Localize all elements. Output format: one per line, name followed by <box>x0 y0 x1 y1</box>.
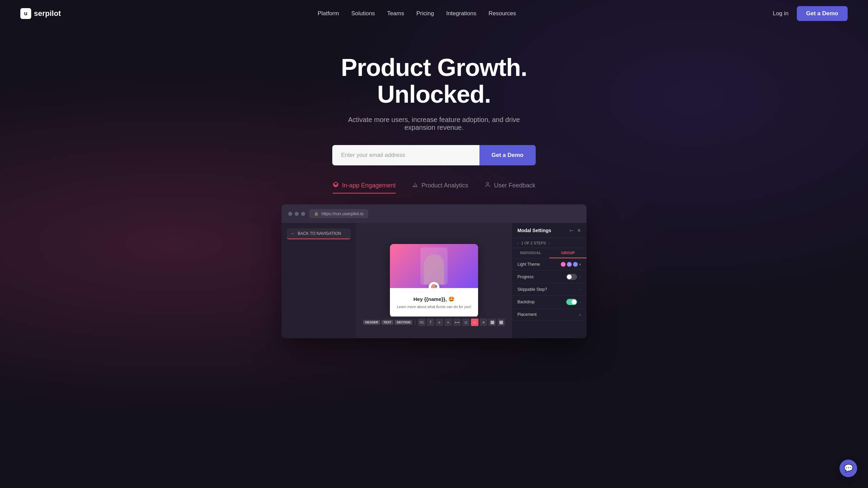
progress-chevron[interactable]: › <box>580 275 581 279</box>
modal-image: 🎯 <box>390 244 478 288</box>
demo-window: 🔒 https://run.userpilot.io ← BACK TO NAV… <box>281 204 587 338</box>
progress-toggle[interactable] <box>566 274 577 280</box>
settings-header: Modal Settings ⊢ ✕ <box>512 223 587 238</box>
logo-box: u <box>20 8 31 19</box>
toolbar-confirm-btn[interactable]: ✓ <box>471 319 478 326</box>
color-dot-pink <box>561 262 566 267</box>
left-panel: ← BACK TO NAVIGATION <box>281 223 356 338</box>
backdrop-toggle[interactable] <box>566 299 577 305</box>
hero-get-demo-button[interactable]: Get a Demo <box>479 145 536 165</box>
settings-row-light-theme: Light Theme ▾ <box>512 259 587 270</box>
bar-chart-icon <box>412 182 418 189</box>
next-step-icon[interactable]: › <box>549 241 550 245</box>
settings-header-icons: ⊢ ✕ <box>570 228 581 233</box>
nav-integrations[interactable]: Integrations <box>446 10 476 17</box>
hero-section: Product Growth. Unlocked. Activate more … <box>0 27 868 352</box>
hero-subtitle: Activate more users, increase feature ad… <box>339 116 529 131</box>
nav-actions: Log in Get a Demo <box>773 6 848 21</box>
toggle-arrow-icon[interactable]: ▾ <box>579 262 581 267</box>
tab-in-app-label: In-app Engagement <box>342 182 396 189</box>
nav-solutions[interactable]: Solutions <box>351 10 375 17</box>
modal-greeting: Hey {{name}}, 🤩 <box>395 296 473 302</box>
logo-letter: u <box>24 11 27 17</box>
steps-nav: ‹ 1 OF 2 STEPS › <box>512 238 587 248</box>
tab-product-analytics[interactable]: Product Analytics <box>412 182 468 194</box>
nav-login-link[interactable]: Log in <box>773 10 788 17</box>
feature-tabs: In-app Engagement Product Analytics <box>333 182 535 194</box>
progress-label: Progress <box>517 274 534 279</box>
placement-label: Placement <box>517 312 537 317</box>
dot-1 <box>288 212 292 216</box>
skippable-chevron[interactable]: › <box>580 287 581 291</box>
hero-title: Product Growth. Unlocked. <box>341 54 527 108</box>
navbar: u serpilot Platform Solutions Teams Pric… <box>0 0 868 27</box>
toolbar-duplicate-btn[interactable]: ⬜ <box>489 319 496 326</box>
chat-widget[interactable]: 💬 <box>840 460 857 477</box>
settings-tab-individual[interactable]: INDIVIDUAL <box>512 248 549 258</box>
toolbar-close-btn[interactable]: ✕ <box>480 319 487 326</box>
placement-chevron[interactable]: ∧ <box>578 312 581 317</box>
toolbar-delete-btn[interactable]: ⬜ <box>497 319 505 326</box>
modal-description: Learn more about what Acme can do for yo… <box>395 304 473 309</box>
toolbar-resize-btn[interactable]: ⟷ <box>453 319 461 326</box>
dot-2 <box>295 212 299 216</box>
back-nav-label: BACK TO NAVIGATION <box>298 231 341 236</box>
logo[interactable]: u serpilot <box>20 8 61 19</box>
settings-row-backdrop: Backdrop › <box>512 296 587 309</box>
browser-bar: 🔒 https://run.userpilot.io <box>281 204 587 223</box>
toolbar-text-btn[interactable]: T <box>427 319 434 326</box>
email-input[interactable] <box>332 145 479 165</box>
toolbar-image-btn[interactable]: ⊡ <box>462 319 470 326</box>
person-silhouette <box>424 254 444 285</box>
prev-step-icon[interactable]: ‹ <box>517 241 518 245</box>
settings-title: Modal Settings <box>517 228 551 233</box>
browser-url-text: https://run.userpilot.io <box>321 211 363 216</box>
modal-body: Hey {{name}}, 🤩 Learn more about what Ac… <box>390 288 478 318</box>
modal-toolbar: HEADER TEXT SECTION H1 T ≡ ≡ ⟷ ⊡ ✓ ✕ ⬜ ⬜ <box>360 317 508 328</box>
center-modal-wrapper: 🎯 Hey {{name}}, 🤩 Learn more about what … <box>356 223 512 338</box>
toolbar-tag-section: SECTION <box>395 320 412 325</box>
modal-card: 🎯 Hey {{name}}, 🤩 Learn more about what … <box>390 244 478 318</box>
toolbar-tag-header: HEADER <box>363 320 380 325</box>
toolbar-align-center-btn[interactable]: ≡ <box>445 319 452 326</box>
light-theme-toggle-group: ▾ <box>561 262 581 267</box>
tab-feedback-label: User Feedback <box>494 182 535 189</box>
dot-3 <box>301 212 305 216</box>
nav-platform[interactable]: Platform <box>318 10 339 17</box>
backdrop-chevron[interactable]: › <box>580 300 581 304</box>
browser-url-bar[interactable]: 🔒 https://run.userpilot.io <box>309 209 368 218</box>
settings-panel: Modal Settings ⊢ ✕ ‹ 1 OF 2 STEPS › INDI… <box>512 223 587 338</box>
tab-analytics-label: Product Analytics <box>421 182 468 189</box>
lock-icon: 🔒 <box>314 211 319 216</box>
settings-tab-group[interactable]: GROUP <box>549 248 587 258</box>
hero-form: Get a Demo <box>332 145 536 165</box>
steps-text: 1 OF 2 STEPS <box>521 241 546 245</box>
settings-tabs: INDIVIDUAL GROUP <box>512 248 587 259</box>
nav-get-demo-button[interactable]: Get a Demo <box>797 6 848 21</box>
chat-icon: 💬 <box>844 464 853 473</box>
backdrop-controls: › <box>566 299 581 305</box>
browser-content: ← BACK TO NAVIGATION 🎯 <box>281 223 587 338</box>
tab-in-app-engagement[interactable]: In-app Engagement <box>333 182 396 194</box>
collapse-icon[interactable]: ⊢ <box>570 228 574 233</box>
person-icon <box>485 182 491 189</box>
nav-teams[interactable]: Teams <box>387 10 404 17</box>
toolbar-divider <box>415 320 415 325</box>
settings-row-progress: Progress › <box>512 270 587 284</box>
toolbar-h1-btn[interactable]: H1 <box>418 319 426 326</box>
svg-point-5 <box>487 183 489 185</box>
tab-user-feedback[interactable]: User Feedback <box>485 182 535 194</box>
color-dot-purple <box>567 262 572 267</box>
settings-row-placement: Placement ∧ <box>512 309 587 321</box>
toolbar-align-left-btn[interactable]: ≡ <box>436 319 443 326</box>
nav-pricing[interactable]: Pricing <box>416 10 434 17</box>
hero-title-line2: Unlocked. <box>377 81 491 108</box>
hero-title-line1: Product Growth. <box>341 54 527 81</box>
toolbar-tag-text: TEXT <box>381 320 393 325</box>
nav-resources[interactable]: Resources <box>489 10 516 17</box>
close-settings-icon[interactable]: ✕ <box>577 228 581 233</box>
layers-icon <box>333 182 339 189</box>
back-navigation[interactable]: ← BACK TO NAVIGATION <box>287 228 351 239</box>
arrow-left-icon: ← <box>291 231 295 236</box>
light-theme-label: Light Theme <box>517 262 540 267</box>
